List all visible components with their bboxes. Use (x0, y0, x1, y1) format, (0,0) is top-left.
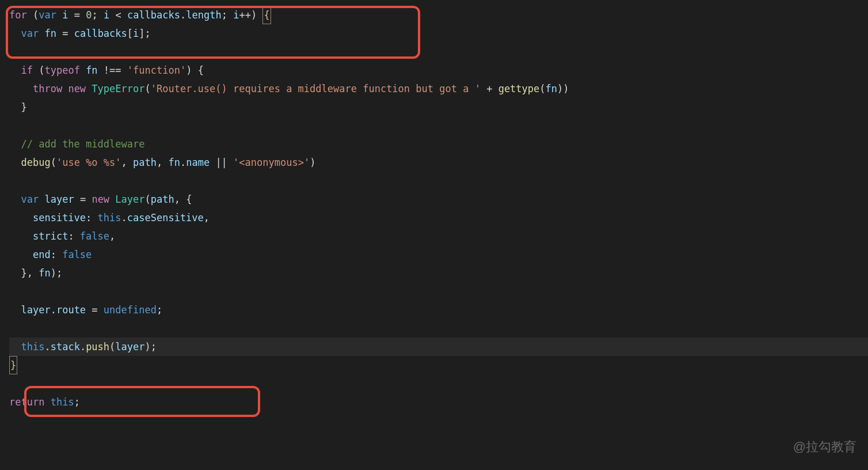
code-line[interactable]: } (9, 356, 868, 374)
code-line[interactable]: var layer = new Layer(path, { (9, 190, 868, 209)
code-line[interactable]: throw new TypeError('Router.use() requir… (9, 79, 868, 98)
code-line[interactable]: for (var i = 0; i < callbacks.length; i+… (9, 6, 868, 24)
code-line-empty[interactable] (9, 319, 868, 338)
code-editor[interactable]: for (var i = 0; i < callbacks.length; i+… (0, 6, 868, 411)
code-line[interactable]: sensitive: this.caseSensitive, (9, 209, 868, 227)
code-line[interactable]: var fn = callbacks[i]; (9, 24, 868, 43)
watermark: @拉勾教育 (793, 435, 856, 458)
code-line[interactable]: if (typeof fn !== 'function') { (9, 61, 868, 79)
code-line[interactable]: layer.route = undefined; (9, 301, 868, 319)
code-line[interactable]: }, fn); (9, 264, 868, 282)
code-line-empty[interactable] (9, 282, 868, 301)
code-line-empty[interactable] (9, 374, 868, 393)
code-line[interactable]: // add the middleware (9, 135, 868, 153)
code-line[interactable]: strict: false, (9, 227, 868, 245)
code-line[interactable]: end: false (9, 245, 868, 264)
code-line[interactable]: debug('use %o %s', path, fn.name || '<an… (9, 153, 868, 172)
code-line-empty[interactable] (9, 172, 868, 190)
code-line-empty[interactable] (9, 116, 868, 135)
code-line[interactable]: } (9, 98, 868, 116)
code-line[interactable]: this.stack.push(layer); (9, 338, 868, 356)
code-line-empty[interactable] (9, 43, 868, 61)
code-line[interactable]: return this; (9, 393, 868, 411)
